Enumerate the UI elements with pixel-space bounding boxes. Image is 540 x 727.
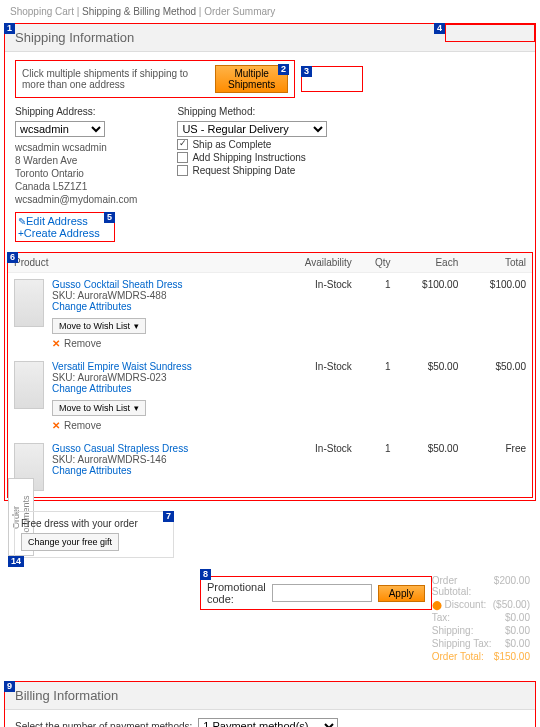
shipping-address-select[interactable]: wcsadmin bbox=[15, 121, 105, 137]
promo-code-input[interactable] bbox=[272, 584, 372, 602]
breadcrumb: Shopping Cart | Shipping & Billing Metho… bbox=[0, 0, 540, 23]
remove-link[interactable]: ✕Remove bbox=[52, 420, 192, 431]
shipping-title: Shipping Information 4 bbox=[5, 24, 535, 52]
discount-icon: ⬤ bbox=[432, 600, 442, 610]
shipping-method-select[interactable]: US - Regular Delivery bbox=[177, 121, 327, 137]
marker-6: 6 bbox=[7, 252, 18, 263]
product-thumb bbox=[14, 361, 44, 409]
create-address-link[interactable]: Create Address bbox=[24, 227, 100, 239]
remove-icon: ✕ bbox=[52, 420, 60, 431]
table-row: Gusso Cocktail Sheath Dress SKU: AuroraW… bbox=[8, 273, 532, 356]
edit-address-link[interactable]: Edit Address bbox=[26, 215, 88, 227]
marker-7: 7 bbox=[163, 511, 174, 522]
shipping-section: 1 Shipping Information 4 Click multiple … bbox=[4, 23, 536, 501]
free-gift-box: 7 Free dress with your order Change your… bbox=[14, 511, 174, 558]
crumb-cart[interactable]: Shopping Cart bbox=[10, 6, 74, 17]
marker-1: 1 bbox=[4, 23, 15, 34]
marker-14: 14 bbox=[8, 556, 24, 567]
add-instructions-checkbox[interactable] bbox=[177, 152, 188, 163]
shipping-address-text: wcsadmin wcsadmin 8 Warden Ave Toronto O… bbox=[15, 141, 137, 206]
billing-section: 9 Billing Information Select the number … bbox=[4, 681, 536, 727]
product-name-link[interactable]: Gusso Casual Strapless Dress bbox=[52, 443, 188, 454]
product-list: 6 Product Availability Qty Each Total Gu… bbox=[7, 252, 533, 498]
product-thumb bbox=[14, 279, 44, 327]
move-wishlist-button[interactable]: Move to Wish List▾ bbox=[52, 318, 146, 334]
product-name-link[interactable]: Versatil Empire Waist Sundress bbox=[52, 361, 192, 372]
move-wishlist-button[interactable]: Move to Wish List▾ bbox=[52, 400, 146, 416]
apply-promo-button[interactable]: Apply bbox=[378, 585, 425, 602]
marker-3: 3 bbox=[301, 66, 312, 77]
marker-5: 5 bbox=[104, 212, 115, 223]
empty-box-3: 3 bbox=[301, 66, 363, 92]
crumb-summary[interactable]: Order Summary bbox=[204, 6, 275, 17]
shipping-address-col: Shipping Address: wcsadmin wcsadmin wcsa… bbox=[15, 106, 137, 206]
marker-9: 9 bbox=[4, 681, 15, 692]
promo-code-row: 8 Promotional code: Apply bbox=[200, 576, 432, 610]
ship-complete-checkbox[interactable] bbox=[177, 139, 188, 150]
chevron-down-icon: ▾ bbox=[134, 321, 139, 331]
marker-4: 4 bbox=[434, 23, 445, 34]
marker-8: 8 bbox=[200, 569, 211, 580]
billing-title: Billing Information bbox=[5, 682, 535, 710]
remove-link[interactable]: ✕Remove bbox=[52, 338, 183, 349]
change-free-gift-button[interactable]: Change your free gift bbox=[21, 533, 119, 551]
chevron-down-icon: ▾ bbox=[134, 403, 139, 413]
crumb-shipping[interactable]: Shipping & Billing Method bbox=[82, 6, 196, 17]
payment-count-select[interactable]: 1 Payment method(s) bbox=[198, 718, 338, 727]
marker-2: 2 bbox=[278, 64, 289, 75]
change-attributes-link[interactable]: Change Attributes bbox=[52, 301, 132, 312]
ship-address-links: 5 ✎ Edit Address + Create Address bbox=[15, 212, 115, 242]
change-attributes-link[interactable]: Change Attributes bbox=[52, 383, 132, 394]
shipping-method-col: Shipping Method: US - Regular Delivery S… bbox=[177, 106, 327, 206]
pencil-icon: ✎ bbox=[18, 216, 26, 227]
order-totals: Order Subtotal:$200.00 ⬤ Discount:($50.0… bbox=[432, 574, 530, 663]
product-name-link[interactable]: Gusso Cocktail Sheath Dress bbox=[52, 279, 183, 290]
change-attributes-link[interactable]: Change Attributes bbox=[52, 465, 132, 476]
table-row: Versatil Empire Waist Sundress SKU: Auro… bbox=[8, 355, 532, 437]
request-date-checkbox[interactable] bbox=[177, 165, 188, 176]
table-row: Gusso Casual Strapless Dress SKU: Aurora… bbox=[8, 437, 532, 497]
multi-ship-hint: Click multiple shipments if shipping to … bbox=[15, 60, 295, 98]
remove-icon: ✕ bbox=[52, 338, 60, 349]
